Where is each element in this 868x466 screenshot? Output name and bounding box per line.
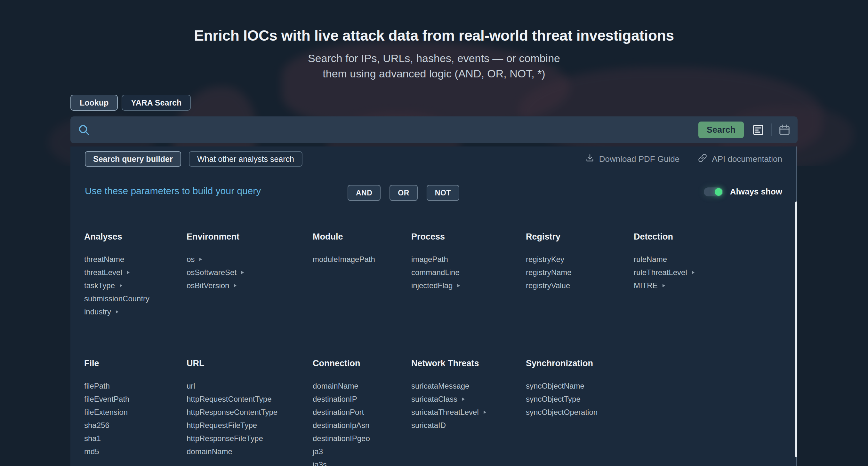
param-item-filepath[interactable]: filePath bbox=[84, 381, 129, 391]
param-item-registryname[interactable]: registryName bbox=[526, 268, 571, 277]
operator-buttons: ANDORNOT bbox=[348, 185, 459, 201]
search-button[interactable]: Search bbox=[699, 122, 744, 138]
param-item-fileextension[interactable]: fileExtension bbox=[84, 408, 129, 417]
param-item-label: suricataMessage bbox=[411, 381, 469, 391]
param-group-title: Analyses bbox=[84, 232, 150, 241]
param-item-url[interactable]: url bbox=[187, 381, 278, 391]
param-item-label: industry bbox=[84, 307, 111, 316]
saved-queries-icon[interactable] bbox=[752, 124, 764, 136]
operator-not-button[interactable]: NOT bbox=[427, 185, 459, 201]
param-item-os[interactable]: os bbox=[187, 255, 244, 264]
param-item-destinationipgeo[interactable]: destinationIPgeo bbox=[313, 434, 370, 443]
param-item-fileeventpath[interactable]: fileEventPath bbox=[84, 395, 129, 404]
param-item-label: httpResponseContentType bbox=[187, 408, 278, 417]
chevron-right-icon bbox=[457, 284, 460, 287]
param-item-destinationport[interactable]: destinationPort bbox=[313, 408, 370, 417]
api-documentation-link[interactable]: API documentation bbox=[698, 154, 782, 165]
param-item-moduleimagepath[interactable]: moduleImagePath bbox=[313, 255, 375, 264]
param-group-title: Process bbox=[411, 232, 460, 241]
param-item-destinationip[interactable]: destinationIP bbox=[313, 395, 370, 404]
operator-and-button[interactable]: AND bbox=[348, 185, 380, 201]
param-item-label: ja3 bbox=[313, 447, 323, 456]
search-input[interactable] bbox=[95, 125, 699, 135]
param-item-label: md5 bbox=[84, 447, 99, 456]
param-item-osbitversion[interactable]: osBitVersion bbox=[187, 281, 244, 290]
param-item-label: imagePath bbox=[411, 255, 448, 264]
param-item-md5[interactable]: md5 bbox=[84, 447, 129, 456]
param-item-httprequestfiletype[interactable]: httpRequestFileType bbox=[187, 421, 278, 430]
param-group-analyses: AnalysesthreatNamethreatLeveltaskTypesub… bbox=[84, 232, 150, 321]
what-other-analysts-search-button[interactable]: What other analysts search bbox=[189, 151, 303, 167]
param-item-ja3s[interactable]: ja3s bbox=[313, 460, 370, 466]
param-item-injectedflag[interactable]: injectedFlag bbox=[411, 281, 460, 290]
param-group-url: URLurlhttpRequestContentTypehttpResponse… bbox=[187, 359, 278, 460]
param-item-mitre[interactable]: MITRE bbox=[634, 281, 694, 290]
param-item-suricataclass[interactable]: suricataClass bbox=[411, 395, 486, 404]
param-item-rulename[interactable]: ruleName bbox=[634, 255, 694, 264]
param-item-threatlevel[interactable]: threatLevel bbox=[84, 268, 150, 277]
tab-yara-search[interactable]: YARA Search bbox=[122, 95, 191, 111]
calendar-icon[interactable] bbox=[778, 124, 790, 136]
param-item-submissioncountry[interactable]: submissionCountry bbox=[84, 294, 150, 303]
param-item-label: syncObjectName bbox=[526, 381, 584, 391]
param-item-destinationipasn[interactable]: destinationIpAsn bbox=[313, 421, 370, 430]
param-group-title: Network Threats bbox=[411, 359, 486, 368]
param-item-label: destinationIpAsn bbox=[313, 421, 369, 430]
param-item-label: ruleThreatLevel bbox=[634, 268, 687, 277]
param-item-label: sha1 bbox=[84, 434, 101, 443]
param-item-threatname[interactable]: threatName bbox=[84, 255, 150, 264]
param-item-label: syncObjectType bbox=[526, 395, 581, 404]
param-item-registryvalue[interactable]: registryValue bbox=[526, 281, 571, 290]
param-item-httpresponsecontenttype[interactable]: httpResponseContentType bbox=[187, 408, 278, 417]
param-item-syncobjectname[interactable]: syncObjectName bbox=[526, 381, 597, 391]
chevron-right-icon bbox=[234, 284, 237, 287]
param-item-label: httpResponseFileType bbox=[187, 434, 263, 443]
param-group-detection: DetectionruleNameruleThreatLevelMITRE bbox=[634, 232, 694, 294]
download-icon bbox=[585, 154, 594, 165]
param-item-ossoftwareset[interactable]: osSoftwareSet bbox=[187, 268, 244, 277]
param-item-label: fileExtension bbox=[84, 408, 128, 417]
param-item-suricatamessage[interactable]: suricataMessage bbox=[411, 381, 486, 391]
param-item-imagepath[interactable]: imagePath bbox=[411, 255, 460, 264]
param-item-syncobjecttype[interactable]: syncObjectType bbox=[526, 395, 597, 404]
chevron-right-icon bbox=[116, 310, 118, 313]
panel-scrollbar-thumb[interactable] bbox=[795, 201, 797, 457]
param-item-label: moduleImagePath bbox=[313, 255, 375, 264]
operator-or-button[interactable]: OR bbox=[390, 185, 418, 201]
param-item-commandline[interactable]: commandLine bbox=[411, 268, 460, 277]
param-item-rulethreatlevel[interactable]: ruleThreatLevel bbox=[634, 268, 694, 277]
param-item-label: injectedFlag bbox=[411, 281, 453, 290]
param-item-ja3[interactable]: ja3 bbox=[313, 447, 370, 456]
tab-lookup[interactable]: Lookup bbox=[70, 95, 118, 111]
param-item-domainname[interactable]: domainName bbox=[187, 447, 278, 456]
download-pdf-guide-link[interactable]: Download PDF Guide bbox=[585, 154, 680, 165]
param-group-title: Registry bbox=[526, 232, 571, 241]
param-item-sha1[interactable]: sha1 bbox=[84, 434, 129, 443]
param-group-network-threats: Network ThreatssuricataMessagesuricataCl… bbox=[411, 359, 486, 434]
param-item-tasktype[interactable]: taskType bbox=[84, 281, 150, 290]
download-pdf-guide-label: Download PDF Guide bbox=[599, 154, 680, 164]
param-item-httpresponsefiletype[interactable]: httpResponseFileType bbox=[187, 434, 278, 443]
param-item-domainname[interactable]: domainName bbox=[313, 381, 370, 391]
param-item-suricataid[interactable]: suricataID bbox=[411, 421, 486, 430]
param-item-syncobjectoperation[interactable]: syncObjectOperation bbox=[526, 408, 597, 417]
param-item-label: destinationIP bbox=[313, 395, 357, 404]
param-group-title: Module bbox=[313, 232, 375, 241]
ti-lookup-page: Enrich IOCs with live attack data from r… bbox=[0, 0, 868, 466]
param-item-label: url bbox=[187, 381, 195, 391]
search-bar-divider bbox=[771, 124, 772, 136]
query-builder-panel: Search query builder What other analysts… bbox=[70, 146, 796, 466]
always-show-toggle[interactable] bbox=[704, 188, 723, 196]
param-item-suricatathreatlevel[interactable]: suricataThreatLevel bbox=[411, 408, 486, 417]
param-item-registrykey[interactable]: registryKey bbox=[526, 255, 571, 264]
search-query-builder-button[interactable]: Search query builder bbox=[85, 151, 181, 167]
param-item-label: domainName bbox=[313, 381, 359, 391]
param-item-label: ja3s bbox=[313, 460, 327, 466]
param-group-title: Connection bbox=[313, 359, 370, 368]
param-item-httprequestcontenttype[interactable]: httpRequestContentType bbox=[187, 395, 278, 404]
chevron-right-icon bbox=[662, 284, 665, 287]
param-item-sha256[interactable]: sha256 bbox=[84, 421, 129, 430]
api-documentation-label: API documentation bbox=[712, 154, 782, 164]
param-item-label: destinationPort bbox=[313, 408, 364, 417]
param-item-industry[interactable]: industry bbox=[84, 307, 150, 316]
